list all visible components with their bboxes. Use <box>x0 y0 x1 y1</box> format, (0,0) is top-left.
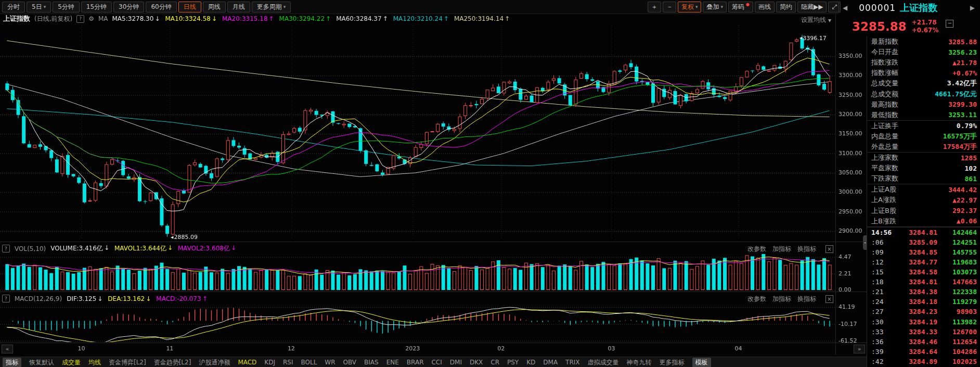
indicator-tab[interactable]: BOLL <box>301 359 317 366</box>
prev-stock-icon[interactable]: ◀ <box>843 4 847 11</box>
pane-link[interactable]: 加指标 <box>772 245 791 254</box>
pane-link[interactable]: 改参数 <box>747 295 766 303</box>
period-label: 周线 <box>208 2 221 11</box>
ma-settings-button[interactable]: 设置均线 ▾ <box>801 16 831 24</box>
tick-list[interactable]: 14:563284.81142464:063285.09124251:09328… <box>867 227 980 366</box>
period-button[interactable]: 月线 <box>227 2 250 12</box>
indicator-tab[interactable]: CCI <box>431 359 442 366</box>
pane-link[interactable]: 换指标 <box>797 245 816 254</box>
indicator-tab[interactable]: KD <box>526 359 535 366</box>
indicator-tab[interactable]: ENE <box>386 359 399 366</box>
indicator-tab[interactable]: 虚拟成交量 <box>588 358 619 367</box>
period-button[interactable]: 分时 <box>2 2 25 12</box>
stat-value: 3253.11 <box>948 111 977 119</box>
indicator-tab[interactable]: BRAR <box>407 359 424 366</box>
pane-link[interactable]: 加指标 <box>772 295 791 303</box>
hide-button[interactable]: 隐藏▶▶ <box>797 2 827 12</box>
indicator-tab[interactable]: 模板 <box>692 358 711 367</box>
zoom-in-button[interactable]: ＋ <box>648 2 661 12</box>
period-button[interactable]: 更多周期▾ <box>252 2 291 12</box>
indicator-tab[interactable]: CR <box>491 359 499 366</box>
simple-mode-button[interactable]: 简约 <box>776 2 796 12</box>
trend-arrow-icon: ↑ <box>202 295 208 302</box>
close-icon[interactable]: × <box>826 295 833 303</box>
tick-price: 3284.23 <box>895 308 945 315</box>
draw-line-button-label: 画线 <box>758 2 771 11</box>
red-dot-icon: ● <box>746 2 750 7</box>
period-button[interactable]: 周线 <box>203 2 226 12</box>
indicator-tab[interactable]: OBV <box>343 359 357 366</box>
macd-axis-label: -61.52 <box>839 337 866 344</box>
indicator-tab[interactable]: 沪股通净额 <box>199 358 230 367</box>
period-button[interactable]: 日线 <box>178 2 201 12</box>
indicator-tab[interactable]: 指标 <box>3 358 21 367</box>
candlestick-chart-canvas[interactable] <box>0 0 980 367</box>
indicator-tab[interactable]: BIAS <box>364 359 379 366</box>
tick-row: :093284.85145755 <box>867 247 980 257</box>
price-axis-label: 3350.00 <box>839 53 866 59</box>
stat-value: 3285.88 <box>948 38 977 46</box>
period-button[interactable]: 5分钟 <box>53 2 80 12</box>
tick-price: 3284.77 <box>895 258 945 266</box>
period-button[interactable]: 60分钟 <box>146 2 176 12</box>
scroll-left-button[interactable]: « <box>2 345 13 353</box>
stat-row: 上B涨跌▲0.06 <box>867 216 980 227</box>
pane-separator <box>0 343 867 343</box>
indicator-tab[interactable]: PSY <box>507 359 519 366</box>
macd-axis-label: -10.17 <box>839 321 866 327</box>
indicator-tab[interactable]: 均线 <box>88 358 101 367</box>
tick-volume: 122338 <box>945 288 977 296</box>
tick-price: 3284.38 <box>895 288 945 296</box>
pane-link[interactable]: 改参数 <box>747 245 766 254</box>
indicator-tab[interactable]: DMI <box>450 359 462 366</box>
adjust-price-button[interactable]: 复权▾ <box>678 2 702 12</box>
stat-value: ▲0.06 <box>957 217 977 225</box>
indicator-tab[interactable]: 更多指标 <box>660 358 685 367</box>
collapse-panel-icon[interactable]: − <box>946 20 953 28</box>
pane-link[interactable]: 换指标 <box>797 295 816 303</box>
period-button[interactable]: 5日▾ <box>27 2 51 12</box>
indicator-tab[interactable]: TRIX <box>565 359 579 366</box>
gear-icon[interactable]: ⚙ <box>88 15 94 22</box>
fullscreen-button-label: ⤢ <box>832 2 837 11</box>
tick-price: 3284.46 <box>895 338 945 346</box>
indicator-tab[interactable]: DKX <box>470 359 483 366</box>
price-axis-label: 3100.00 <box>839 150 866 157</box>
tick-time: :06 <box>871 238 895 246</box>
indicator-tab[interactable]: 神奇九转 <box>627 358 652 367</box>
panel-collapse-handle[interactable]: ◂ <box>863 235 867 250</box>
price-axis-label: 3050.00 <box>839 169 866 176</box>
draw-line-button[interactable]: 画线 <box>755 2 775 12</box>
chips-button[interactable]: 筹码● <box>728 2 753 12</box>
indicator-tab[interactable]: 资金趋势[L2] <box>154 358 191 367</box>
indicator-tab[interactable]: 恢复默认 <box>29 358 54 367</box>
stat-label: 今日开盘 <box>871 47 898 57</box>
help-icon[interactable]: ? <box>76 15 84 23</box>
scroll-right-button[interactable]: » <box>854 345 865 353</box>
tick-volume: 102025 <box>945 358 977 365</box>
help-icon[interactable]: ? <box>2 295 10 302</box>
indicator-tab[interactable]: 成交量 <box>62 358 81 367</box>
zoom-out-button[interactable]: － <box>663 2 676 12</box>
indicator-tab[interactable]: KDJ <box>264 359 275 366</box>
indicator-tab[interactable]: RSI <box>283 359 293 366</box>
help-icon[interactable]: ? <box>2 245 10 252</box>
period-button[interactable]: 15分钟 <box>81 2 112 12</box>
indicator-tab[interactable]: WR <box>325 359 335 366</box>
tick-time: :15 <box>871 268 895 276</box>
indicator-tab[interactable]: MACD <box>238 359 256 366</box>
close-icon[interactable]: × <box>826 245 833 253</box>
macd-axis-label: 41.19 <box>839 303 866 310</box>
trend-arrow-icon: ↓ <box>231 244 236 253</box>
indicator-value: MAVOL1:3.644亿↓ <box>114 244 173 253</box>
indicator-tab[interactable]: 资金博弈[L2] <box>109 358 146 367</box>
indicator-value: MA60:3284.37↑ <box>336 15 388 22</box>
indicator-tab[interactable]: DMA <box>543 359 558 366</box>
period-button[interactable]: 30分钟 <box>113 2 144 12</box>
trend-arrow-icon: ↓ <box>154 15 160 22</box>
price-axis-label: 3200.00 <box>839 111 866 118</box>
tick-row: :363284.46112654 <box>867 337 980 347</box>
next-stock-icon[interactable]: ▶ <box>970 4 975 11</box>
chevron-down-icon: ▾ <box>828 17 831 24</box>
overlay-button[interactable]: 叠加▾ <box>703 2 727 12</box>
